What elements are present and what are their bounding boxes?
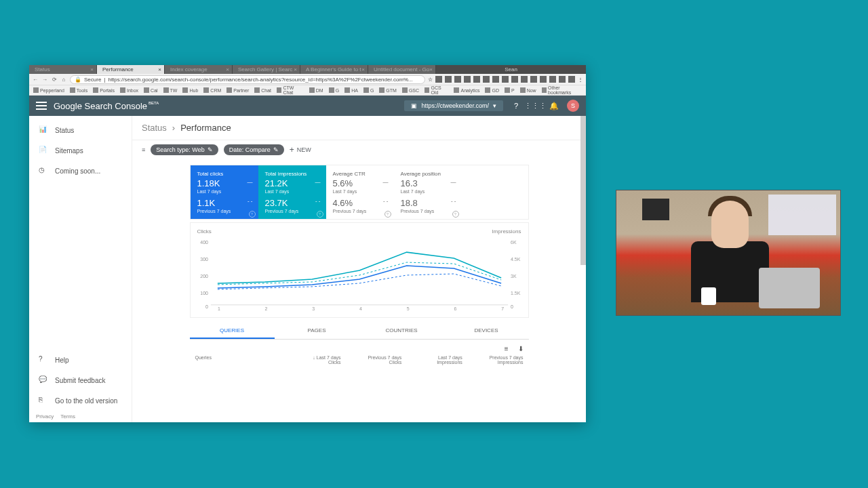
sidebar-item-label: Go to the old version [55,397,117,405]
filter-icon[interactable]: ≡ [142,146,145,153]
sidebar-item-sitemaps[interactable]: 📄 Sitemaps [29,140,132,161]
sidebar-item-help[interactable]: ? Help [29,350,132,370]
bookmark-star-icon[interactable]: ☆ [428,77,433,83]
metric-card-impressions[interactable]: Total impressions 21.2K— Last 7 days 23.… [258,165,326,219]
help-icon[interactable]: ? [510,100,522,112]
ext-icon[interactable] [445,76,452,83]
window-title: Sean [436,65,586,74]
browser-tab[interactable]: Search Gallery | Searc× [233,65,300,74]
browser-tab[interactable]: Untitled document - Go× [368,65,436,74]
bookmark[interactable]: Analytics [454,87,479,93]
chart-svg: 400 300 200 100 0 6K 4.5K 3K 1.5K 0 1 2 [197,237,521,312]
col-header-queries[interactable]: Queries [195,355,280,365]
clicks-last7-line [217,266,500,288]
browser-tab[interactable]: Index coverage× [165,65,233,74]
bookmark[interactable]: G [363,87,374,93]
ext-icon[interactable] [454,76,461,83]
bookmark[interactable]: Pepperland [33,87,64,93]
ext-icon[interactable] [502,76,509,83]
browser-tab-active[interactable]: Performance× [97,65,165,74]
menu-icon[interactable] [36,102,47,110]
bookmark[interactable]: G [329,87,339,93]
sidebar-item-old-version[interactable]: ⎘ Go to the old version [29,390,132,411]
info-icon[interactable]: ? [452,211,459,218]
svg-text:6K: 6K [511,240,517,245]
ext-icon[interactable] [492,76,499,83]
metric-card-position[interactable]: Average position 16.3— Last 7 days 18.8-… [394,165,462,219]
breadcrumb-parent[interactable]: Status [142,123,167,133]
ext-icon[interactable] [473,76,480,83]
ext-icon[interactable] [568,76,575,83]
tab-queries[interactable]: QUERIES [190,323,275,339]
metric-card-ctr[interactable]: Average CTR 5.6%— Last 7 days 4.6%- - Pr… [326,165,394,219]
col-header[interactable]: Previous 7 daysClicks [341,355,402,365]
lock-icon: 🔒 [75,77,81,83]
bookmark[interactable]: GTM [379,87,397,93]
info-icon[interactable]: ? [249,211,256,218]
bookmark[interactable]: GD [485,87,499,93]
edit-icon: ✎ [208,146,213,153]
bookmark[interactable]: Cal [144,87,158,93]
bookmark[interactable]: CTW Chat [277,85,304,95]
ext-icon[interactable] [464,76,471,83]
notifications-icon[interactable]: 🔔 [548,100,560,112]
ext-icon[interactable] [540,76,547,83]
svg-text:100: 100 [200,291,208,296]
bookmark[interactable]: CRM [203,87,221,93]
home-button[interactable]: ⌂ [60,76,67,83]
col-header[interactable]: Previous 7 daysImpressions [462,355,524,365]
ext-icon[interactable] [483,76,490,83]
info-icon[interactable]: ? [384,211,391,218]
bookmark[interactable]: Inbox [120,87,138,93]
account-avatar[interactable]: S [567,100,579,112]
scrollbar[interactable] [580,116,586,422]
browser-tab[interactable]: A Beginner's Guide to t× [300,65,368,74]
tab-strip: Status× Performance× Index coverage× Sea… [29,65,586,74]
svg-text:400: 400 [200,240,208,245]
sidebar-item-feedback[interactable]: 💬 Submit feedback [29,370,132,390]
bookmark[interactable]: HA [344,87,358,93]
bookmark[interactable]: Hub [182,87,198,93]
ext-icon[interactable] [435,76,442,83]
url-input[interactable]: 🔒 Secure | https://search.google.com/sea… [70,75,425,84]
bookmark[interactable]: Chat [254,87,271,93]
sidebar-item-status[interactable]: 📊 Status [29,120,132,140]
ext-icon[interactable] [559,76,566,83]
forward-button[interactable]: → [41,76,48,83]
ext-icon[interactable] [530,76,537,83]
browser-menu-icon[interactable]: ⋮ [578,77,583,83]
bookmark[interactable]: TW [163,87,178,93]
col-header[interactable]: Last 7 daysImpressions [401,355,462,365]
date-chip[interactable]: Date: Compare✎ [224,144,284,155]
browser-tab[interactable]: Status× [29,65,97,74]
table-filter-icon[interactable]: ≡ [505,345,509,352]
ext-icon[interactable] [521,76,528,83]
bookmark[interactable]: DM [309,87,323,93]
bookmark[interactable]: Now [520,87,536,93]
bookmark[interactable]: GCS Old [425,85,448,95]
bookmark[interactable]: Tools [70,87,87,93]
apps-icon[interactable]: ⋮⋮⋮ [529,100,541,112]
metric-card-clicks[interactable]: Total clicks 1.18K— Last 7 days 1.1K- - … [191,165,258,219]
search-type-chip[interactable]: Search type: Web✎ [151,144,218,155]
tab-devices[interactable]: DEVICES [444,323,529,339]
back-button[interactable]: ← [32,76,39,83]
info-icon[interactable]: ? [317,211,323,218]
other-bookmarks[interactable]: Other bookmarks [542,85,582,95]
privacy-link[interactable]: Privacy [36,413,54,420]
terms-link[interactable]: Terms [60,413,75,420]
add-filter-button[interactable]: +NEW [290,145,311,155]
bookmark[interactable]: Portals [93,87,115,93]
col-header[interactable]: ↓ Last 7 daysClicks [280,355,341,365]
download-icon[interactable]: ⬇ [518,345,524,352]
secure-label: Secure [84,77,101,83]
reload-button[interactable]: ⟳ [51,76,58,83]
tab-pages[interactable]: PAGES [275,323,359,339]
ext-icon[interactable] [549,76,556,83]
ext-icon[interactable] [511,76,518,83]
bookmark[interactable]: GSC [402,87,419,93]
property-selector[interactable]: ▣ https://ctweekender.com/ ▾ [404,100,503,111]
bookmark[interactable]: P [505,87,515,93]
bookmark[interactable]: Partner [226,87,249,93]
tab-countries[interactable]: COUNTRIES [359,323,444,339]
